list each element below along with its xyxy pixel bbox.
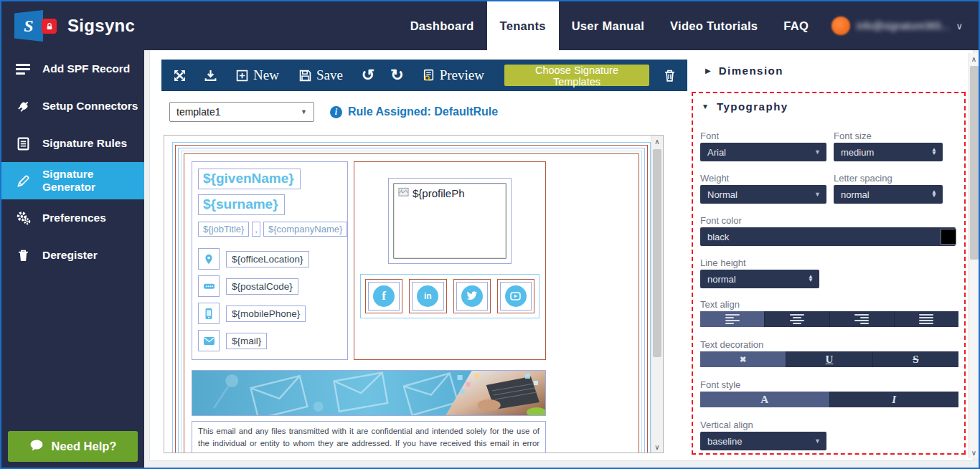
vertical-align-value: baseline xyxy=(707,436,742,447)
mobile-phone-icon[interactable] xyxy=(198,303,220,324)
color-swatch[interactable] xyxy=(941,229,956,245)
placeholder-given-name[interactable]: ${givenName} xyxy=(198,169,301,189)
disclaimer-text[interactable]: This email and any files transmitted wit… xyxy=(192,421,546,453)
youtube-button[interactable] xyxy=(497,279,534,313)
font-select[interactable]: Arial▼ xyxy=(700,143,826,161)
text-decoration-label: Text decoration xyxy=(700,339,763,350)
scrollbar-thumb[interactable] xyxy=(653,149,661,357)
signature-left-cell[interactable]: ${givenName} ${surname} ${jobTitle} , ${… xyxy=(192,161,348,360)
nav-item-user-manual[interactable]: User Manual xyxy=(559,1,657,50)
underline-button[interactable]: U xyxy=(786,351,872,367)
save-button[interactable]: Save xyxy=(299,67,343,83)
banner-image[interactable] xyxy=(192,370,546,416)
top-navbar: S Sigsync Dashboard Tenants User Manual … xyxy=(1,1,979,50)
weight-label: Weight xyxy=(700,173,729,184)
profile-photo-placeholder[interactable]: ${profilePh xyxy=(388,178,512,264)
plug-icon xyxy=(14,100,32,113)
align-left-button[interactable] xyxy=(700,311,764,327)
dimension-section-toggle[interactable]: ▶ Dimension xyxy=(705,65,783,77)
preview-button[interactable]: Preview xyxy=(423,67,484,83)
properties-scrollbar[interactable]: ∧ ∨ xyxy=(969,53,979,458)
placeholder-postal-code[interactable]: ${postalCode} xyxy=(226,278,298,295)
user-menu[interactable]: info@signature365... ∨ xyxy=(821,1,979,50)
weight-select[interactable]: Normal▼ xyxy=(700,185,826,204)
save-label: Save xyxy=(316,67,343,83)
align-center-button[interactable] xyxy=(764,311,829,327)
typography-section: ▼ Typography Font Arial▼ Font size mediu… xyxy=(692,92,966,455)
sidebar-item-setup-connectors[interactable]: Setup Connectors xyxy=(1,87,144,125)
location-pin-icon[interactable] xyxy=(198,248,220,270)
signature-template[interactable]: ${givenName} ${surname} ${jobTitle} , ${… xyxy=(187,157,550,453)
signature-right-cell[interactable]: ${profilePh f in xyxy=(354,161,546,360)
canvas-viewport[interactable]: ${givenName} ${surname} ${jobTitle} , ${… xyxy=(164,136,651,453)
template-select[interactable]: template1 ▼ xyxy=(169,102,314,122)
postal-code-icon[interactable] xyxy=(198,275,220,297)
download-icon[interactable] xyxy=(204,69,217,82)
decoration-none-button[interactable]: ✖ xyxy=(700,351,786,367)
lock-icon xyxy=(42,19,57,34)
canvas-scrollbar[interactable]: ∧ ∨ xyxy=(651,136,663,453)
rule-assigned: i Rule Assigned: DefaultRule xyxy=(330,105,498,118)
placeholder-mobile-phone[interactable]: ${mobilePhone} xyxy=(226,305,306,322)
nav-item-video-tutorials[interactable]: Video Tutorials xyxy=(657,1,771,50)
placeholder-company-name[interactable]: ${companyName} xyxy=(263,222,347,237)
undo-icon[interactable]: ↺ xyxy=(362,67,374,83)
scroll-down-icon[interactable]: ∨ xyxy=(969,447,979,458)
chevron-right-icon: ▶ xyxy=(705,67,711,75)
placeholder-office-location[interactable]: ${officeLocation} xyxy=(226,251,309,267)
need-help-label: Need Help? xyxy=(52,440,117,453)
floppy-icon xyxy=(299,70,311,82)
font-color-field[interactable]: black xyxy=(700,227,956,246)
placeholder-separator[interactable]: , xyxy=(252,222,260,237)
chevron-down-icon: ▼ xyxy=(702,103,709,110)
sidebar-item-deregister[interactable]: Deregister xyxy=(1,237,144,274)
sidebar-item-signature-rules[interactable]: Signature Rules xyxy=(1,125,144,162)
placeholder-surname[interactable]: ${surname} xyxy=(198,194,285,215)
align-right-icon xyxy=(854,314,869,324)
vertical-align-select[interactable]: baseline▼ xyxy=(700,432,826,450)
scroll-up-icon[interactable]: ∧ xyxy=(969,53,979,65)
placeholder-mail[interactable]: ${mail} xyxy=(226,333,267,349)
sidebar-item-signature-generator[interactable]: Signature Generator xyxy=(1,162,144,199)
italic-button[interactable]: I xyxy=(829,392,959,407)
font-style-group: A I xyxy=(700,392,958,407)
bold-button[interactable]: A xyxy=(700,392,829,407)
redo-icon[interactable]: ↻ xyxy=(390,67,403,83)
new-button[interactable]: New xyxy=(236,67,279,83)
scrollbar-thumb[interactable] xyxy=(970,66,979,260)
typography-section-toggle[interactable]: ▼ Typography xyxy=(702,100,788,113)
weight-value: Normal xyxy=(707,189,738,200)
spf-list-icon xyxy=(14,64,32,75)
twitter-button[interactable] xyxy=(453,279,491,313)
linkedin-button[interactable]: in xyxy=(409,279,446,313)
facebook-button[interactable]: f xyxy=(365,279,402,313)
line-height-stepper[interactable]: normal▲▼ xyxy=(700,270,819,288)
align-center-icon xyxy=(790,314,804,324)
youtube-icon xyxy=(505,285,527,307)
font-size-stepper[interactable]: medium▲▼ xyxy=(834,143,943,161)
scroll-down-icon[interactable]: ∨ xyxy=(651,441,663,453)
chevron-down-icon[interactable]: ∨ xyxy=(956,21,963,32)
sidebar-item-preferences[interactable]: Preferences xyxy=(1,199,144,237)
choose-signature-templates-button[interactable]: Choose Signature Templates xyxy=(504,65,649,86)
align-left-icon xyxy=(725,314,740,324)
need-help-button[interactable]: Need Help? xyxy=(8,431,138,462)
nav-item-dashboard[interactable]: Dashboard xyxy=(397,1,487,50)
strikethrough-button[interactable]: S xyxy=(872,351,958,367)
sidebar-item-add-spf-record[interactable]: Add SPF Record xyxy=(1,50,144,87)
align-justify-button[interactable] xyxy=(894,311,958,327)
text-align-group xyxy=(700,311,958,327)
nav-item-tenants[interactable]: Tenants xyxy=(487,1,559,50)
letter-spacing-stepper[interactable]: normal▲▼ xyxy=(834,185,943,204)
mail-icon[interactable] xyxy=(198,330,220,351)
info-icon: i xyxy=(330,106,342,118)
scroll-up-icon[interactable]: ∧ xyxy=(651,136,663,147)
trash-icon[interactable] xyxy=(664,69,676,82)
align-right-button[interactable] xyxy=(829,311,894,327)
nav-item-faq[interactable]: FAQ xyxy=(771,1,821,50)
twitter-icon xyxy=(461,285,483,307)
expand-icon[interactable] xyxy=(173,69,187,82)
letter-spacing-value: normal xyxy=(841,189,870,200)
placeholder-job-title[interactable]: ${jobTitle} xyxy=(198,222,249,237)
letter-spacing-label: Letter spacing xyxy=(834,173,892,184)
